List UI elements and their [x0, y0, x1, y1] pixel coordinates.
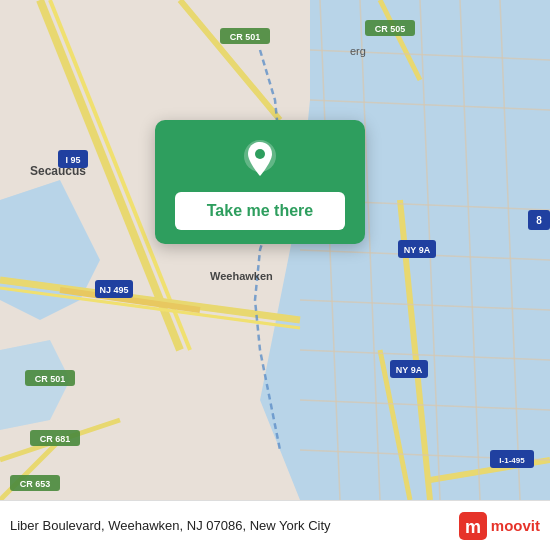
- moovit-text-label: moovit: [491, 517, 540, 534]
- svg-text:NJ 495: NJ 495: [99, 285, 128, 295]
- svg-text:CR 501: CR 501: [35, 374, 66, 384]
- svg-text:erg: erg: [350, 45, 366, 57]
- svg-text:CR 505: CR 505: [375, 24, 406, 34]
- svg-text:CR 501: CR 501: [230, 32, 261, 42]
- svg-text:Secaucus: Secaucus: [30, 164, 86, 178]
- svg-text:I-1-495: I-1-495: [499, 456, 525, 465]
- bottom-bar: Liber Boulevard, Weehawken, NJ 07086, Ne…: [0, 500, 550, 550]
- location-card: Take me there: [155, 120, 365, 244]
- svg-text:m: m: [465, 517, 481, 537]
- svg-text:Weehawken: Weehawken: [210, 270, 273, 282]
- svg-text:8: 8: [536, 215, 542, 226]
- svg-text:CR 681: CR 681: [40, 434, 71, 444]
- map-svg: CR 501 CR 505 I 95 NJ 495 CR 501 CR 681 …: [0, 0, 550, 500]
- svg-text:CR 653: CR 653: [20, 479, 51, 489]
- moovit-logo-icon: m: [459, 512, 487, 540]
- map-view: CR 501 CR 505 I 95 NJ 495 CR 501 CR 681 …: [0, 0, 550, 500]
- location-pin-icon: [238, 138, 282, 182]
- moovit-logo: m moovit: [459, 512, 540, 540]
- svg-text:NY 9A: NY 9A: [404, 245, 431, 255]
- svg-text:NY 9A: NY 9A: [396, 365, 423, 375]
- svg-point-55: [255, 149, 265, 159]
- take-me-there-button[interactable]: Take me there: [175, 192, 345, 230]
- address-label: Liber Boulevard, Weehawken, NJ 07086, Ne…: [10, 518, 459, 533]
